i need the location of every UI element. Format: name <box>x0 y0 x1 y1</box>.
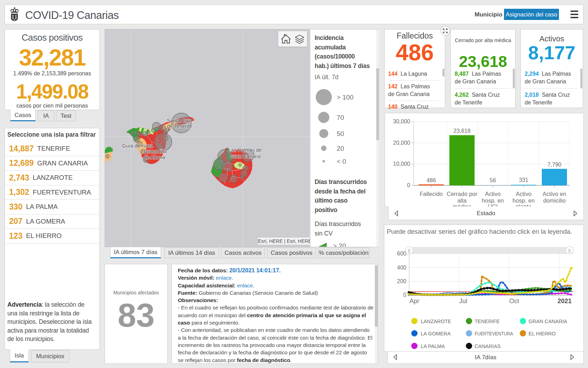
svg-text:LA GOMERA: LA GOMERA <box>421 331 451 336</box>
svg-text:LANZAROTE: LANZAROTE <box>421 319 451 324</box>
svg-text:7,790: 7,790 <box>547 162 561 168</box>
svg-text:Activo: Activo <box>485 191 501 197</box>
svg-text:Fallecido: Fallecido <box>420 191 443 197</box>
svg-text:331: 331 <box>519 177 528 183</box>
svg-text:30,000: 30,000 <box>393 118 410 124</box>
svg-text:486: 486 <box>427 177 436 183</box>
svg-text:planta: planta <box>516 203 532 206</box>
svg-text:de Tenerife: de Tenerife <box>167 123 192 129</box>
svg-text:56: 56 <box>490 177 496 183</box>
svg-text:> 100: > 100 <box>337 94 354 101</box>
svg-text:20,000: 20,000 <box>393 140 410 146</box>
svg-text:Gran Canaria: Gran Canaria <box>230 154 261 159</box>
svg-text:GRAN CANARIA: GRAN CANARIA <box>528 319 567 324</box>
svg-text:Guía de Isora: Guía de Isora <box>122 143 153 149</box>
svg-text:Jul: Jul <box>459 298 467 305</box>
svg-text:CANARIAS: CANARIAS <box>475 343 500 349</box>
svg-text:0: 0 <box>403 292 406 298</box>
svg-text:Oct: Oct <box>509 298 519 305</box>
svg-text:hosp. en: hosp. en <box>482 197 504 204</box>
svg-text:Activo: Activo <box>516 191 532 197</box>
svg-text:||: || <box>408 248 411 253</box>
svg-text:Santa Cruz: Santa Cruz <box>167 118 192 123</box>
svg-text:LA PALMA: LA PALMA <box>421 343 445 349</box>
svg-text:Las Palmas de: Las Palmas de <box>228 147 262 153</box>
svg-text:EL HIERRO: EL HIERRO <box>528 331 556 336</box>
svg-text:23,618: 23,618 <box>454 128 471 134</box>
svg-text:hosp. en: hosp. en <box>512 197 534 204</box>
svg-text:200: 200 <box>397 278 406 284</box>
svg-text:10,000: 10,000 <box>393 161 410 167</box>
svg-text:médica: médica <box>453 203 471 206</box>
svg-text:20: 20 <box>337 145 344 152</box>
svg-text:TENERIFE: TENERIFE <box>475 319 500 324</box>
svg-text:Cerrado por: Cerrado por <box>447 191 478 197</box>
svg-text:2021: 2021 <box>558 298 572 305</box>
svg-text:600: 600 <box>397 251 406 257</box>
svg-text:UCI: UCI <box>488 203 498 206</box>
svg-text:Apr: Apr <box>410 298 419 305</box>
svg-text:Granadilla: Granadilla <box>144 149 167 154</box>
svg-text:Activo en: Activo en <box>542 191 566 197</box>
svg-text:< 0: < 0 <box>337 158 346 165</box>
svg-text:||: || <box>568 248 571 253</box>
svg-text:de Abona: de Abona <box>144 155 165 160</box>
svg-text:alta: alta <box>457 197 467 204</box>
svg-text:400: 400 <box>397 265 406 271</box>
svg-text:> 20: > 20 <box>333 242 346 247</box>
svg-text:0: 0 <box>407 182 410 188</box>
svg-text:50: 50 <box>337 130 344 137</box>
svg-text:70: 70 <box>337 114 344 121</box>
svg-text:domicilio: domicilio <box>543 197 566 204</box>
svg-text:FUERTEVENTURA: FUERTEVENTURA <box>475 331 513 336</box>
